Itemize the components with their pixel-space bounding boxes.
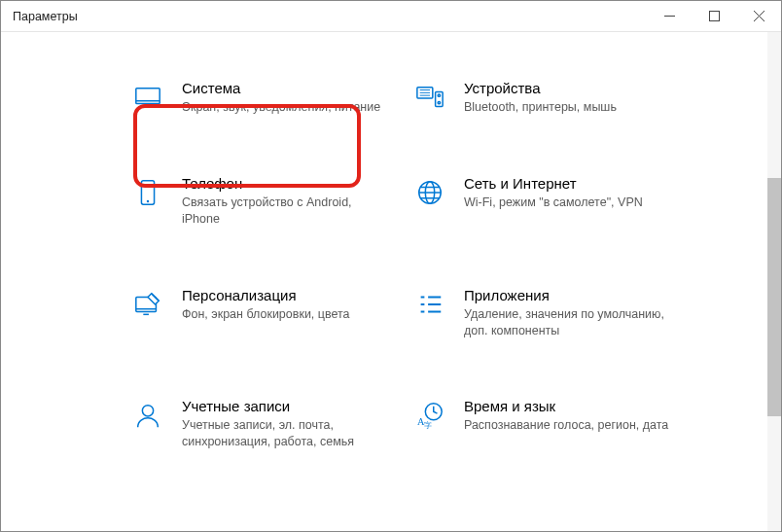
tile-system[interactable]: Система Экран, звук, уведомления, питани…	[125, 75, 398, 120]
tile-title: Время и язык	[464, 398, 674, 414]
titlebar: Параметры	[1, 1, 781, 32]
scrollbar[interactable]	[767, 32, 781, 531]
tile-desc: Связать устройство с Android, iPhone	[182, 195, 392, 228]
globe-icon	[413, 176, 446, 209]
devices-icon	[413, 81, 446, 114]
apps-icon	[413, 288, 446, 321]
tile-personalization[interactable]: Персонализация Фон, экран блокировки, цв…	[125, 282, 398, 343]
svg-point-4	[438, 94, 440, 96]
tile-desc: Экран, звук, уведомления, питание	[182, 99, 392, 116]
svg-text:字: 字	[424, 421, 432, 431]
system-icon	[131, 81, 164, 114]
window-title: Параметры	[13, 10, 78, 23]
tile-desc: Wi-Fi, режим "в самолете", VPN	[464, 195, 674, 211]
svg-rect-0	[709, 12, 719, 21]
svg-point-11	[142, 406, 153, 416]
tile-desc: Распознавание голоса, регион, дата	[464, 417, 674, 434]
tile-apps[interactable]: Приложения Удаление, значения по умолчан…	[408, 282, 680, 343]
window-controls	[647, 1, 781, 32]
scrollbar-thumb[interactable]	[767, 178, 781, 416]
maximize-button[interactable]	[692, 1, 736, 32]
tile-title: Устройства	[464, 80, 674, 96]
tile-devices[interactable]: Устройства Bluetooth, принтеры, мышь	[408, 75, 680, 120]
settings-grid: Система Экран, звук, уведомления, питани…	[1, 32, 781, 474]
tile-title: Учетные записи	[182, 398, 392, 414]
svg-point-7	[147, 200, 149, 202]
accounts-icon	[131, 399, 164, 432]
close-button[interactable]	[736, 1, 781, 32]
svg-point-5	[438, 101, 440, 103]
tile-desc: Bluetooth, принтеры, мышь	[464, 99, 674, 116]
tile-network[interactable]: Сеть и Интернет Wi-Fi, режим "в самолете…	[408, 170, 680, 231]
tile-title: Персонализация	[182, 287, 392, 303]
tile-title: Система	[182, 80, 392, 96]
phone-icon	[131, 176, 164, 209]
tile-accounts[interactable]: Учетные записи Учетные записи, эл. почта…	[125, 393, 398, 454]
personalization-icon	[131, 288, 164, 321]
tile-title: Приложения	[464, 287, 674, 303]
tile-time-language[interactable]: A 字 Время и язык Распознавание голоса, р…	[408, 393, 680, 454]
content-area: Система Экран, звук, уведомления, питани…	[1, 32, 781, 531]
tile-phone[interactable]: Телефон Связать устройство с Android, iP…	[125, 170, 398, 231]
tile-title: Сеть и Интернет	[464, 175, 674, 192]
minimize-button[interactable]	[647, 1, 692, 32]
tile-title: Телефон	[182, 175, 392, 192]
tile-desc: Удаление, значения по умолчанию, доп. ко…	[464, 306, 674, 339]
time-language-icon: A 字	[413, 399, 446, 432]
tile-desc: Учетные записи, эл. почта, синхронизация…	[182, 417, 392, 450]
tile-desc: Фон, экран блокировки, цвета	[182, 306, 392, 323]
